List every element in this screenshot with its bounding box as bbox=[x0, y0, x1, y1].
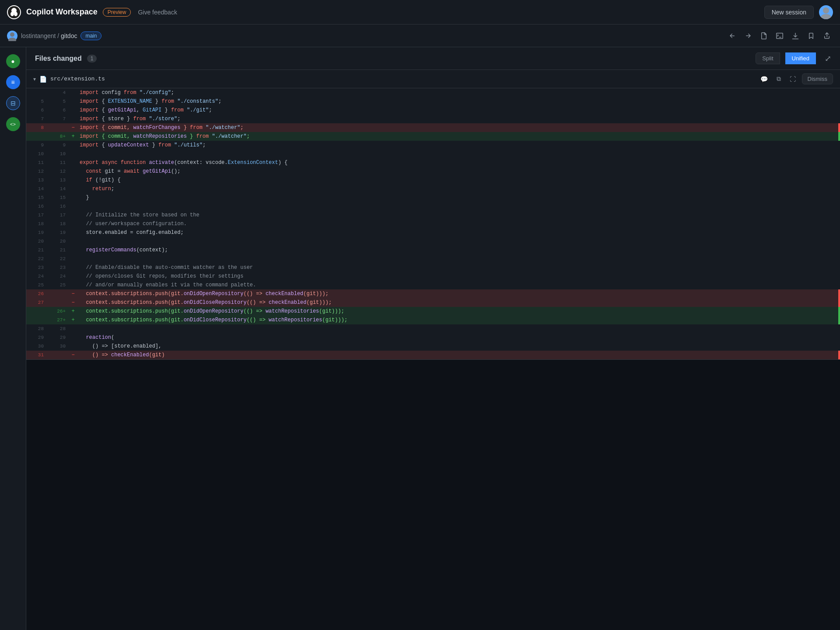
split-view-button[interactable]: Split bbox=[756, 52, 780, 64]
side-indicator bbox=[838, 115, 840, 123]
share-button[interactable] bbox=[821, 30, 833, 42]
diff-marker: − bbox=[70, 123, 76, 132]
diff-line: 25 25 // and/or manually enables it via … bbox=[26, 281, 840, 289]
side-indicator bbox=[838, 211, 840, 219]
terminal-button[interactable] bbox=[774, 30, 786, 42]
side-indicator bbox=[838, 150, 840, 158]
side-indicator bbox=[838, 184, 840, 193]
diff-line-removed: 27 − context.subscriptions.push(git.onDi… bbox=[26, 298, 840, 307]
side-indicator bbox=[838, 342, 840, 351]
line-num-old: 5 bbox=[26, 97, 48, 106]
diff-content: const git = await getGitApi(); bbox=[76, 167, 838, 176]
diff-line: 17 17 // Initialize the store based on t… bbox=[26, 211, 840, 219]
side-indicator bbox=[838, 316, 840, 324]
diff-marker bbox=[70, 97, 76, 106]
diff-marker bbox=[70, 246, 76, 254]
diff-line: 12 12 const git = await getGitApi(); bbox=[26, 167, 840, 176]
diff-content: // opens/closes Git repos, modifies thei… bbox=[76, 272, 838, 281]
diff-marker bbox=[70, 272, 76, 281]
repo-path: lostintangent / gitdoc bbox=[21, 32, 77, 39]
side-indicator bbox=[838, 237, 840, 246]
line-num-old: 31 bbox=[26, 351, 48, 359]
line-num-old: 19 bbox=[26, 228, 48, 237]
diff-marker: − bbox=[70, 351, 76, 359]
download-button[interactable] bbox=[789, 30, 802, 42]
side-indicator bbox=[838, 228, 840, 237]
line-num-new: 14 bbox=[48, 184, 70, 193]
user-avatar-small bbox=[7, 31, 18, 41]
sidebar-item-filter[interactable]: ⊟ bbox=[6, 96, 20, 110]
line-num-new bbox=[48, 123, 70, 132]
diff-line: 21 21 registerCommands(context); bbox=[26, 246, 840, 254]
list-icon: ≡ bbox=[11, 79, 14, 86]
diff-line: 20 20 bbox=[26, 237, 840, 246]
svg-point-8 bbox=[8, 38, 16, 41]
diff-marker bbox=[70, 342, 76, 351]
expand-button[interactable]: ⤢ bbox=[825, 54, 831, 63]
code-diff[interactable]: 4 import config from "./config"; 5 5 imp… bbox=[26, 88, 840, 359]
main-layout: ● ≡ ⊟ <> Files changed 1 Split Unified ⤢… bbox=[0, 47, 840, 630]
diff-content: import { commit, watchRepositories } fro… bbox=[76, 132, 838, 141]
fullscreen-button[interactable]: ⛶ bbox=[787, 74, 798, 84]
side-indicator bbox=[838, 123, 840, 132]
back-button[interactable] bbox=[726, 30, 738, 42]
content-area: Files changed 1 Split Unified ⤢ ▾ 📄 src/… bbox=[26, 47, 840, 630]
line-num-new: 4 bbox=[48, 88, 70, 97]
side-indicator bbox=[838, 254, 840, 263]
diff-line: 5 5 import { EXTENSION_NAME } from "./co… bbox=[26, 97, 840, 106]
line-num-new: 15 bbox=[48, 193, 70, 202]
avatar[interactable] bbox=[819, 5, 833, 19]
line-num-old: 25 bbox=[26, 281, 48, 289]
svg-point-3 bbox=[10, 12, 14, 16]
line-num-old: 20 bbox=[26, 237, 48, 246]
line-num-old: 10 bbox=[26, 150, 48, 158]
line-num-new: 13 bbox=[48, 176, 70, 184]
comment-button[interactable]: 💬 bbox=[758, 74, 770, 84]
file-header: ▾ 📄 src/extension.ts 💬 ⧉ ⛶ Dismiss bbox=[26, 70, 840, 88]
diff-marker bbox=[70, 115, 76, 123]
forward-button[interactable] bbox=[742, 30, 754, 42]
files-button[interactable] bbox=[758, 30, 770, 42]
line-num-new: 20 bbox=[48, 237, 70, 246]
line-num-new: 10 bbox=[48, 150, 70, 158]
diff-marker bbox=[70, 219, 76, 228]
line-num-old: 15 bbox=[26, 193, 48, 202]
diff-line: 29 29 reaction( bbox=[26, 333, 840, 342]
diff-content: // Enable/disable the auto-commit watche… bbox=[76, 263, 838, 272]
diff-line: 24 24 // opens/closes Git repos, modifie… bbox=[26, 272, 840, 281]
line-num-new bbox=[48, 351, 70, 359]
new-session-button[interactable]: New session bbox=[764, 6, 814, 19]
diff-content: () => [store.enabled], bbox=[76, 342, 838, 351]
side-indicator bbox=[838, 97, 840, 106]
diff-line-added: 26+ + context.subscriptions.push(git.onD… bbox=[26, 307, 840, 316]
line-num-new: 24 bbox=[48, 272, 70, 281]
line-num-new: 26+ bbox=[48, 307, 70, 316]
diff-content: return; bbox=[76, 184, 838, 193]
line-num-new: 7 bbox=[48, 115, 70, 123]
sidebar-item-code[interactable]: <> bbox=[6, 117, 20, 131]
line-num-new: 25 bbox=[48, 281, 70, 289]
unified-view-button[interactable]: Unified bbox=[785, 52, 816, 64]
bookmark-button[interactable] bbox=[805, 30, 817, 42]
side-indicator bbox=[838, 88, 840, 97]
line-num-old: 9 bbox=[26, 141, 48, 150]
line-num-old: 22 bbox=[26, 254, 48, 263]
sidebar-item-list[interactable]: ≡ bbox=[6, 75, 20, 89]
diff-marker bbox=[70, 281, 76, 289]
branch-badge[interactable]: main bbox=[80, 31, 102, 40]
diff-line: 18 18 // user/workspace configuration. bbox=[26, 219, 840, 228]
diff-marker bbox=[70, 88, 76, 97]
diff-content: store.enabled = config.enabled; bbox=[76, 228, 838, 237]
filter-icon: ⊟ bbox=[10, 100, 16, 107]
sidebar-item-status[interactable]: ● bbox=[6, 54, 20, 68]
copy-button[interactable]: ⧉ bbox=[774, 73, 784, 84]
diff-marker bbox=[70, 106, 76, 115]
diff-line: 22 22 bbox=[26, 254, 840, 263]
diff-content: context.subscriptions.push(git.onDidClos… bbox=[76, 316, 838, 324]
diff-marker: + bbox=[70, 132, 76, 141]
diff-line: 15 15 } bbox=[26, 193, 840, 202]
feedback-link[interactable]: Give feedback bbox=[138, 9, 177, 16]
code-icon: <> bbox=[10, 122, 16, 127]
status-icon: ● bbox=[11, 58, 14, 65]
dismiss-button[interactable]: Dismiss bbox=[802, 73, 833, 84]
